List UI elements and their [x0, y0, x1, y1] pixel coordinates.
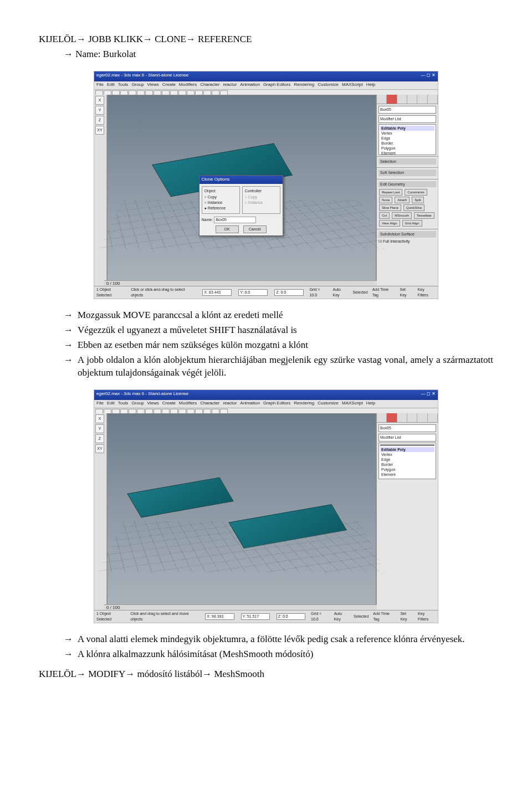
hierarchy-tab[interactable] [397, 95, 407, 104]
modify-tab[interactable] [387, 413, 397, 422]
autokey-button[interactable]: Auto Key [333, 287, 349, 297]
menu-item[interactable]: Group [131, 401, 144, 407]
autokey-button[interactable]: Auto Key [334, 611, 349, 622]
addtimetag[interactable]: Add Time Tag [372, 287, 396, 297]
coord-x[interactable]: X: 83.443 [202, 289, 232, 296]
clone-options-dialog[interactable]: Clone Options Object ○ Copy ○ Instance ●… [199, 175, 283, 236]
quickslice-button[interactable]: QuickSlice [403, 204, 424, 211]
menu-item[interactable]: MAXScript [342, 401, 363, 407]
menu-item[interactable]: Customize [318, 82, 339, 89]
full-interactivity-check[interactable]: ☑ Full Interactivity [378, 239, 436, 244]
stack-header[interactable]: Editable Poly [380, 447, 434, 452]
radio-reference[interactable]: ● Reference [204, 206, 237, 211]
menu-item[interactable]: Views [147, 82, 159, 89]
menu-item[interactable]: Character [200, 401, 219, 407]
radio-copy-ctrl[interactable]: ○ Copy [245, 194, 278, 199]
menu-item[interactable]: Graph Editors [263, 401, 290, 407]
motion-tab[interactable] [407, 95, 417, 104]
menu-item[interactable]: Create [162, 82, 176, 89]
menu-item[interactable]: Create [162, 401, 176, 407]
axis-z[interactable]: Z [95, 116, 104, 125]
object-name-field[interactable]: Box05 [378, 106, 436, 114]
constraints-none[interactable]: None [379, 197, 392, 203]
menu-item[interactable]: Help [366, 82, 375, 89]
editgeo-rollout[interactable]: Edit Geometry Repeat Last Constraints No… [377, 179, 438, 229]
axis-x[interactable]: X [95, 96, 104, 105]
menu-item[interactable]: reactor [223, 82, 237, 89]
utilities-tab[interactable] [428, 95, 438, 104]
menu-item[interactable]: Group [131, 82, 144, 89]
perspective-viewport[interactable]: Clone Options Object ○ Copy ○ Instance ●… [107, 95, 376, 286]
selection-rollout[interactable]: Selection [377, 156, 438, 167]
gridalign-button[interactable]: Grid Align [402, 220, 422, 227]
stack-element[interactable]: Element [380, 472, 434, 477]
coord-y[interactable]: Y: 51.517 [241, 613, 270, 620]
modifier-stack[interactable]: Editable Poly Vertex Edge Border Polygon… [378, 124, 436, 155]
menu-item[interactable]: MAXScript [342, 82, 363, 89]
stack-border[interactable]: Border [380, 462, 434, 467]
coord-z[interactable]: Z: 0.0 [277, 613, 305, 620]
attach-button[interactable]: Attach [395, 197, 410, 203]
setkey-button[interactable]: Set Key [400, 287, 413, 297]
coord-y[interactable]: Y: 0.0 [238, 289, 268, 296]
create-tab[interactable] [377, 413, 387, 422]
radio-copy[interactable]: ○ Copy [204, 194, 237, 199]
menu-item[interactable]: Edit [107, 82, 115, 89]
stack-edge[interactable]: Edge [380, 136, 434, 141]
modifier-list-dropdown[interactable]: Modifier List [378, 115, 436, 123]
split-button[interactable]: Split [412, 197, 424, 203]
menu-item[interactable]: Modifiers [179, 401, 197, 407]
stack-polygon[interactable]: Polygon [380, 146, 434, 151]
stack-vertex[interactable]: Vertex [380, 131, 434, 136]
cancel-button[interactable]: Cancel [243, 225, 267, 233]
axis-constraint-toolbar[interactable]: X Y Z XY [94, 413, 107, 610]
menu-item[interactable]: Tools [118, 401, 129, 407]
viewalign-button[interactable]: View Align [379, 220, 400, 227]
ok-button[interactable]: OK [216, 225, 239, 233]
mesh-box-original[interactable] [127, 478, 234, 518]
menubar[interactable]: File Edit Tools Group Views Create Modif… [94, 400, 438, 408]
menu-item[interactable]: Tools [118, 82, 129, 89]
keyfilters-button[interactable]: Key Filters [418, 611, 436, 622]
rollout-title[interactable]: Edit Geometry [378, 181, 436, 187]
menu-item[interactable]: Rendering [294, 401, 314, 407]
stack-edge[interactable]: Edge [380, 457, 434, 462]
sliceplane-button[interactable]: Slice Plane [379, 204, 401, 211]
menu-item[interactable]: Help [366, 401, 375, 407]
utilities-tab[interactable] [428, 413, 438, 422]
rollout-title[interactable]: Soft Selection [378, 170, 436, 176]
menu-item[interactable]: Animation [240, 401, 260, 407]
radio-instance[interactable]: ○ Instance [204, 200, 237, 205]
axis-constraint-toolbar[interactable]: X Y Z XY [94, 95, 107, 286]
name-input[interactable]: Box05 [214, 217, 256, 223]
display-tab[interactable] [417, 413, 427, 422]
tessellate-button[interactable]: Tessellate [414, 212, 434, 219]
menu-item[interactable]: Modifiers [179, 82, 197, 89]
hierarchy-tab[interactable] [397, 413, 407, 422]
axis-x[interactable]: X [95, 414, 104, 423]
menu-item[interactable]: Customize [318, 401, 339, 407]
create-tab[interactable] [377, 95, 387, 104]
axis-xy[interactable]: XY [95, 444, 104, 453]
display-tab[interactable] [417, 95, 427, 104]
menubar[interactable]: File Edit Tools Group Views Create Modif… [94, 81, 438, 90]
command-panel[interactable]: Box05 Modifier List Editable Poly Vertex… [376, 95, 438, 286]
menu-item[interactable]: Animation [240, 82, 260, 89]
stack-element[interactable]: Element [380, 151, 434, 156]
setkey-button[interactable]: Set Key [400, 611, 413, 622]
rollout-title[interactable]: Subdivision Surface [378, 231, 436, 237]
modify-tab[interactable] [387, 95, 397, 104]
coord-x[interactable]: X: 98.383 [205, 613, 234, 620]
addtimetag[interactable]: Add Time Tag [373, 611, 396, 622]
menu-item[interactable]: Graph Editors [263, 82, 290, 89]
repeat-last-button[interactable]: Repeat Last [379, 189, 402, 196]
stack-vertex[interactable]: Vertex [380, 452, 434, 457]
keyfilters-button[interactable]: Key Filters [418, 287, 436, 297]
subdiv-rollout[interactable]: Subdivision Surface ☑ Full Interactivity [377, 229, 438, 245]
motion-tab[interactable] [407, 413, 417, 422]
softsel-rollout[interactable]: Soft Selection [377, 167, 438, 178]
axis-z[interactable]: Z [95, 434, 104, 443]
object-name-field[interactable]: Box05 [378, 424, 436, 432]
axis-y[interactable]: Y [95, 106, 104, 115]
command-panel[interactable]: Box05 Modifier List Editable Poly Vertex… [376, 413, 438, 610]
